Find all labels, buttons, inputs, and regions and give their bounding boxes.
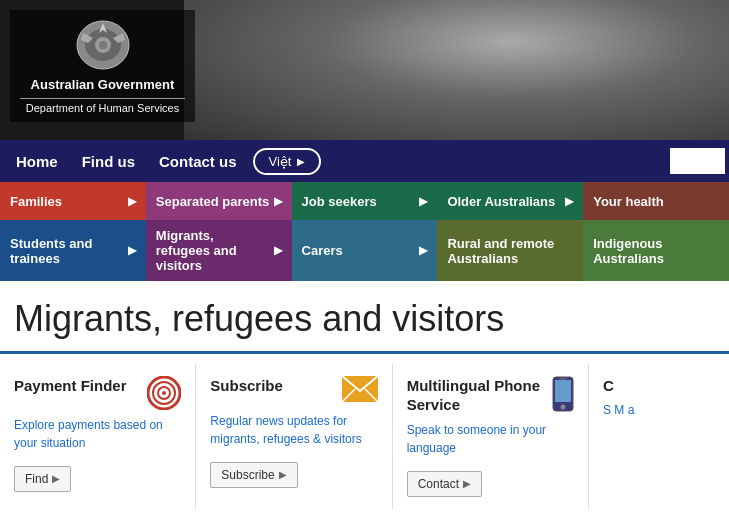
menu-indigenous[interactable]: Indigenous Australians <box>583 220 729 281</box>
card-header: Multilingual Phone Service <box>407 376 574 415</box>
menu-row-1: Families ▶ Separated parents ▶ Job seeke… <box>0 182 729 220</box>
phone-icon <box>552 376 574 410</box>
multilingual-card: Multilingual Phone Service Speak to some… <box>393 364 589 509</box>
card-title: C <box>603 376 614 396</box>
svg-point-3 <box>99 41 107 49</box>
card-text: Explore payments based on your situation <box>14 416 181 452</box>
arrow-icon: ▶ <box>565 195 573 208</box>
arrow-icon: ▶ <box>128 244 136 257</box>
nav-contact-us[interactable]: Contact us <box>147 143 249 180</box>
card-title: Payment Finder <box>14 376 127 396</box>
subscribe-button[interactable]: Subscribe ▶ <box>210 462 297 488</box>
menu-older-australians[interactable]: Older Australians ▶ <box>437 182 583 220</box>
svg-point-10 <box>162 391 166 395</box>
svg-rect-15 <box>555 380 571 402</box>
target-icon <box>147 376 181 410</box>
logo-block: Australian Government Department of Huma… <box>10 10 195 122</box>
arrow-icon: ▶ <box>419 195 427 208</box>
payment-finder-card: Payment Finder Explore payments based on… <box>0 364 196 509</box>
card-text: Regular news updates for migrants, refug… <box>210 412 377 448</box>
dept-label: Department of Human Services <box>20 98 185 114</box>
menu-students[interactable]: Students and trainees ▶ <box>0 220 146 281</box>
card-header: Payment Finder <box>14 376 181 410</box>
card-header: Subscribe <box>210 376 377 406</box>
nav-home[interactable]: Home <box>4 143 70 180</box>
arrow-icon: ▶ <box>463 478 471 489</box>
menu-carers[interactable]: Carers ▶ <box>292 220 438 281</box>
chevron-right-icon: ▶ <box>297 156 305 167</box>
arrow-icon: ▶ <box>274 195 282 208</box>
card-title: Subscribe <box>210 376 283 396</box>
hero-image <box>184 0 729 140</box>
page-title: Migrants, refugees and visitors <box>14 299 715 339</box>
envelope-icon <box>342 376 378 406</box>
menu-separated-parents[interactable]: Separated parents ▶ <box>146 182 292 220</box>
search-box[interactable] <box>670 148 725 174</box>
page-title-section: Migrants, refugees and visitors <box>0 281 729 354</box>
find-button[interactable]: Find ▶ <box>14 466 71 492</box>
menu-rural[interactable]: Rural and remote Australians <box>437 220 583 281</box>
arrow-icon: ▶ <box>279 469 287 480</box>
card-text: Speak to someone in your language <box>407 421 574 457</box>
card-header: C <box>603 376 715 396</box>
contact-button[interactable]: Contact ▶ <box>407 471 482 497</box>
menu-families[interactable]: Families ▶ <box>0 182 146 220</box>
gov-label: Australian Government <box>20 77 185 94</box>
menu-your-health[interactable]: Your health <box>583 182 729 220</box>
coat-of-arms-icon <box>73 18 133 73</box>
nav-language[interactable]: Việt ▶ <box>253 148 322 175</box>
nav-find-us[interactable]: Find us <box>70 143 147 180</box>
svg-point-16 <box>560 404 565 409</box>
cards-section: Payment Finder Explore payments based on… <box>0 354 729 509</box>
card-title: Multilingual Phone Service <box>407 376 544 415</box>
partial-card: C S M a <box>589 364 729 509</box>
header: Australian Government Department of Huma… <box>0 0 729 140</box>
arrow-icon: ▶ <box>128 195 136 208</box>
menu-job-seekers[interactable]: Job seekers ▶ <box>292 182 438 220</box>
subscribe-card: Subscribe Regular news updates for migra… <box>196 364 392 509</box>
arrow-icon: ▶ <box>274 244 282 257</box>
navbar: Home Find us Contact us Việt ▶ <box>0 140 729 182</box>
arrow-icon: ▶ <box>52 473 60 484</box>
menu-row-2: Students and trainees ▶ Migrants, refuge… <box>0 220 729 281</box>
arrow-icon: ▶ <box>419 244 427 257</box>
menu-migrants[interactable]: Migrants, refugees and visitors ▶ <box>146 220 292 281</box>
card-text: S M a <box>603 401 715 419</box>
svg-rect-17 <box>559 378 567 380</box>
